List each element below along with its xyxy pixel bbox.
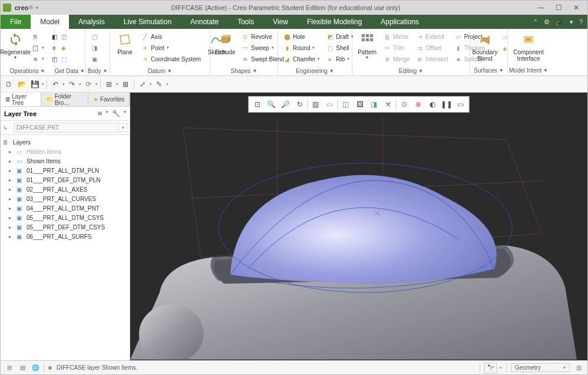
- spin-center-button[interactable]: ⊙: [397, 98, 411, 111]
- display-style-button[interactable]: ▨: [309, 98, 323, 111]
- saved-views-button[interactable]: ▭: [323, 98, 337, 111]
- windows-button[interactable]: ⊞: [103, 78, 115, 90]
- intersect-button[interactable]: ⊗Intersect: [413, 54, 450, 64]
- layer-item[interactable]: ▸▣01___PRT_ALL_DTM_PLN: [1, 166, 130, 175]
- boundary-blend-button[interactable]: Boundary Blend: [473, 30, 497, 63]
- filter-dropdown[interactable]: ▾: [119, 123, 127, 132]
- redo-button[interactable]: ↷: [66, 78, 78, 90]
- datum-display-button[interactable]: ⤧: [381, 98, 395, 111]
- tab-annotate[interactable]: Annotate: [181, 15, 228, 29]
- getdata-1[interactable]: ◫: [57, 31, 70, 42]
- tab-view[interactable]: View: [263, 15, 298, 29]
- pattern-button[interactable]: Pattern ▼: [355, 30, 379, 61]
- shell-button[interactable]: ▢Shell: [323, 42, 356, 53]
- regen-quick-button[interactable]: ⟳: [82, 78, 94, 90]
- delete-button[interactable]: ✕▾: [29, 54, 47, 64]
- save-button[interactable]: 💾: [29, 78, 41, 90]
- layer-item[interactable]: ▸▣01___PRT_DEF_DTM_PLN: [1, 175, 130, 185]
- learning-icon[interactable]: 🎓: [556, 18, 564, 26]
- axis-button[interactable]: ╱Axis: [138, 31, 203, 42]
- chamfer-button[interactable]: ◢Chamfer▾: [280, 54, 322, 64]
- body-3[interactable]: ▣: [88, 54, 101, 64]
- hidden-items-row[interactable]: ▸▭ Hidden Items: [1, 147, 130, 156]
- close-button[interactable]: ✕: [567, 4, 585, 12]
- layer-item[interactable]: ▸▣05___PRT_ALL_DTM_CSYS: [1, 213, 130, 222]
- brand-menu-arrow[interactable]: ▼: [35, 5, 39, 11]
- tab-applications[interactable]: Applications: [371, 15, 428, 29]
- regenerate-button[interactable]: Regenerate ▼: [3, 30, 28, 61]
- getdata-3[interactable]: ⬚: [57, 54, 70, 64]
- new-button[interactable]: 🗋: [3, 78, 15, 90]
- status-browser-icon[interactable]: 🌐: [29, 363, 42, 373]
- zoom-out-button[interactable]: 🔎: [279, 98, 293, 111]
- layer-item[interactable]: ▸▣02___PRT_ALL_AXES: [1, 185, 130, 194]
- minimize-button[interactable]: —: [532, 4, 550, 12]
- layer-item[interactable]: ▸▣05___PRT_DEF_DTM_CSYS: [1, 222, 130, 232]
- tab-file[interactable]: File: [1, 15, 31, 29]
- stop-button[interactable]: ▭: [454, 98, 468, 111]
- mirror-button[interactable]: ⧎Mirror: [381, 31, 412, 42]
- layers-root-row[interactable]: ≣ Layers: [1, 137, 130, 147]
- tab-flexible-modeling[interactable]: Flexible Modeling: [298, 15, 371, 29]
- trim-button[interactable]: ✂Trim: [381, 42, 412, 53]
- tab-tools[interactable]: Tools: [228, 15, 263, 29]
- find-button[interactable]: 🔭: [484, 363, 497, 373]
- layer-settings-icon[interactable]: 🔧: [112, 110, 120, 117]
- view-manager-button[interactable]: 🖼: [353, 98, 367, 111]
- plane-button[interactable]: Plane: [113, 30, 137, 57]
- layer-item[interactable]: ▸▣03___PRT_ALL_CURVES: [1, 194, 130, 203]
- viewport-3d[interactable]: ⊡ 🔍 🔎 ↻ ▨ ▭ ◫ 🖼 ◨ ⤧ ⊙ ⊗ ◐ ❚❚ ▭: [130, 93, 587, 360]
- filter-arrow-icon[interactable]: ↳: [3, 124, 14, 131]
- body-1[interactable]: ▢: [88, 31, 101, 42]
- open-button[interactable]: 📂: [16, 78, 28, 90]
- zoom-in-button[interactable]: 🔍: [265, 98, 279, 111]
- sidebar-tab-folder-browser[interactable]: 📁Folder Bro…: [41, 93, 88, 106]
- repaint-button[interactable]: ↻: [293, 98, 307, 111]
- custom-button[interactable]: ✎: [153, 78, 165, 90]
- layer-display-icon[interactable]: ≋: [97, 110, 103, 117]
- status-extra-icon[interactable]: ▥: [572, 363, 585, 373]
- filter-field[interactable]: DIFFCASE.PRT: [14, 123, 119, 133]
- layer-item[interactable]: ▸▣06___PRT_ALL_SURFS: [1, 232, 130, 241]
- extrude-button[interactable]: Extrude: [213, 30, 237, 57]
- hole-button[interactable]: ⬤Hole: [280, 31, 322, 42]
- select-button[interactable]: ⤢: [137, 78, 148, 90]
- tab-model[interactable]: Model: [31, 15, 69, 29]
- offset-button[interactable]: ⇉Offset: [413, 42, 450, 53]
- settings-icon[interactable]: ⚙: [544, 18, 550, 26]
- sidebar-tab-layer-tree[interactable]: ≣Layer Tree: [1, 93, 41, 106]
- copy-button[interactable]: ⎘: [29, 31, 47, 42]
- body-2[interactable]: ◨: [88, 42, 101, 53]
- pause-button[interactable]: ❚❚: [440, 98, 454, 111]
- rib-button[interactable]: ▸Rib▾: [323, 54, 356, 64]
- perspective-button[interactable]: ◫: [339, 98, 353, 111]
- tab-analysis[interactable]: Analysis: [69, 15, 114, 29]
- paste-button[interactable]: 📋▾: [29, 42, 47, 53]
- status-msg-icon[interactable]: ▤: [16, 363, 29, 373]
- layer-item[interactable]: ▸▣04___PRT_ALL_DTM_PNT: [1, 203, 130, 213]
- help-icon[interactable]: ?: [579, 18, 583, 25]
- named-views-button[interactable]: ⊗: [411, 98, 425, 111]
- extend-button[interactable]: ⇥Extend: [413, 31, 450, 42]
- close-win-button[interactable]: ⊠: [120, 78, 131, 90]
- csys-icon: ⤭: [141, 55, 149, 63]
- selection-filter-dropdown[interactable]: Geometry ▾: [511, 363, 570, 372]
- getdata-2[interactable]: ◈: [57, 42, 70, 53]
- maximize-button[interactable]: ☐: [550, 4, 567, 12]
- sidebar-tab-favorites[interactable]: ★Favorites: [88, 93, 130, 106]
- undo-button[interactable]: ↶: [49, 78, 61, 90]
- tab-live-simulation[interactable]: Live Simulation: [114, 15, 181, 29]
- merge-button[interactable]: ⊕Merge: [381, 54, 412, 64]
- refit-button[interactable]: ⊡: [250, 98, 265, 111]
- draft-button[interactable]: ◩Draft▾: [323, 31, 356, 42]
- ribbon-collapse-icon[interactable]: ⌃: [533, 18, 538, 26]
- dropdown-icon[interactable]: ▾: [570, 18, 573, 26]
- csys-button[interactable]: ⤭Coordinate System: [138, 54, 203, 64]
- component-interface-button[interactable]: Component Interface: [510, 30, 547, 63]
- annotation-button[interactable]: ◨: [367, 98, 381, 111]
- round-button[interactable]: ◗Round▾: [280, 42, 322, 53]
- point-button[interactable]: ✳Point▾: [138, 42, 203, 53]
- status-tree-icon[interactable]: ⊞: [3, 363, 16, 373]
- shown-items-row[interactable]: ▸▭ Shown Items: [1, 156, 130, 166]
- appearance-button[interactable]: ◐: [425, 98, 440, 111]
